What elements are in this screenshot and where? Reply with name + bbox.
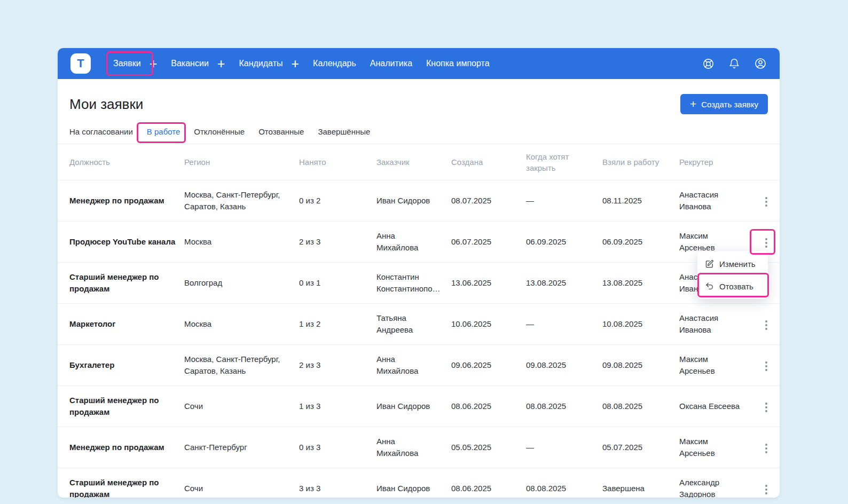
support-icon[interactable]: [702, 58, 714, 70]
nav-item-analytics[interactable]: Аналитика: [370, 59, 412, 68]
cell-position: Менеджер по продажам: [58, 427, 184, 468]
create-request-button[interactable]: + Создать заявку: [680, 94, 768, 114]
menu-item-edit-label: Изменить: [719, 259, 756, 269]
row-actions-kebab-button[interactable]: [757, 398, 775, 416]
cell-position: Менеджер по продажам: [58, 180, 184, 222]
tab-rejected[interactable]: Отклонённые: [194, 127, 245, 136]
cell-position: Маркетолог: [58, 304, 184, 345]
cell-recruiter: Оксана Евсеева: [679, 386, 756, 427]
table-row: Менеджер по продажам Санкт-Петербург 0 и…: [58, 427, 780, 468]
page-header: Мои заявки + Создать заявку: [58, 79, 780, 112]
column-header-close-date: Когда хотят закрыть: [526, 144, 602, 180]
column-header-position: Должность: [58, 144, 184, 180]
cell-position: Продюсер YouTube канала: [58, 222, 184, 263]
cell-actions: [756, 180, 780, 222]
cell-region: Волгоград: [184, 263, 299, 304]
cell-created: 08.06.2025: [451, 386, 526, 427]
cell-hired: 0 из 3: [299, 427, 376, 468]
cell-hired: 1 из 3: [299, 386, 376, 427]
cell-taken: 06.09.2025: [602, 222, 679, 263]
plus-icon: +: [690, 99, 696, 109]
cell-region: Москва: [184, 222, 299, 263]
column-header-taken: Взяли в работу: [602, 144, 679, 180]
topbar-right-icons: [702, 57, 767, 70]
cell-customer: Константин Константинопо…: [376, 263, 451, 304]
menu-item-withdraw[interactable]: Отозвать: [697, 275, 768, 297]
nav-item-candidates[interactable]: Кандидаты: [239, 59, 282, 68]
cell-customer: Иван Сидоров: [376, 386, 451, 427]
cell-region: Сочи: [184, 386, 299, 427]
main-nav: Заявки + Вакансии + Кандидаты + Календар…: [113, 58, 490, 69]
cell-hired: 1 из 2: [299, 304, 376, 345]
add-vacancy-icon[interactable]: +: [217, 58, 225, 69]
create-request-label: Создать заявку: [701, 100, 758, 109]
cell-hired: 3 из 3: [299, 468, 376, 498]
row-actions-kebab-button[interactable]: [757, 316, 775, 334]
column-header-region: Регион: [184, 144, 299, 180]
profile-icon[interactable]: [754, 57, 767, 70]
cell-close-date: 13.08.2025: [526, 263, 602, 304]
cell-customer: Иван Сидоров: [376, 180, 451, 222]
row-context-menu: Изменить Отозвать: [697, 251, 768, 299]
tab-completed[interactable]: Завершённые: [318, 127, 370, 136]
table-header: Должность Регион Нанято Заказчик Создана…: [58, 144, 780, 180]
cell-region: Москва, Санкт-Петербург, Саратов, Казань: [184, 345, 299, 386]
cell-created: 08.07.2025: [451, 180, 526, 222]
cell-close-date: —: [526, 304, 602, 345]
tab-on-approval[interactable]: На согласовании: [69, 127, 133, 136]
column-header-hired: Нанято: [299, 144, 376, 180]
cell-recruiter: Анастасия Иванова: [679, 180, 756, 222]
cell-recruiter: Максим Арсеньев: [679, 427, 756, 468]
cell-taken: 10.08.2025: [602, 304, 679, 345]
cell-hired: 2 из 3: [299, 222, 376, 263]
nav-item-requests[interactable]: Заявки: [113, 59, 141, 68]
status-tabs: На согласовании В работе Отклонённые Ото…: [58, 112, 780, 144]
app-logo[interactable]: T: [70, 53, 91, 74]
nav-item-calendar[interactable]: Календарь: [313, 59, 356, 68]
requests-table-body: Менеджер по продажам Москва, Санкт-Петер…: [58, 180, 780, 498]
table-row: Маркетолог Москва 1 из 2 Татьяна Андреев…: [58, 304, 780, 345]
cell-created: 10.06.2025: [451, 304, 526, 345]
cell-taken: Завершена: [602, 468, 679, 498]
row-actions-kebab-button[interactable]: [757, 357, 775, 375]
add-request-icon[interactable]: +: [150, 58, 158, 69]
cell-close-date: 08.08.2025: [526, 468, 602, 498]
row-actions-kebab-button[interactable]: [757, 234, 775, 252]
nav-item-import-button[interactable]: Кнопка импорта: [426, 59, 490, 68]
page-title: Мои заявки: [69, 96, 143, 112]
table-row: Бухгалетер Москва, Санкт-Петербург, Сара…: [58, 345, 780, 386]
row-actions-kebab-button[interactable]: [757, 193, 775, 211]
table-row: Продюсер YouTube канала Москва 2 из 3 Ан…: [58, 222, 780, 263]
tab-withdrawn[interactable]: Отозванные: [258, 127, 304, 136]
requests-table: Должность Регион Нанято Заказчик Создана…: [58, 144, 780, 498]
cell-recruiter: Максим Арсеньев: [679, 345, 756, 386]
column-header-created: Создана: [451, 144, 526, 180]
cell-hired: 2 из 3: [299, 345, 376, 386]
cell-close-date: 06.09.2025: [526, 222, 602, 263]
table-row: Старший менеджер по продажам Сочи 1 из 3…: [58, 386, 780, 427]
cell-taken: 13.08.2025: [602, 263, 679, 304]
nav-item-vacancies[interactable]: Вакансии: [171, 59, 209, 68]
tab-in-progress[interactable]: В работе: [147, 127, 180, 136]
cell-customer: Татьяна Андреева: [376, 304, 451, 345]
logo-letter: T: [77, 57, 84, 70]
row-actions-kebab-button[interactable]: [757, 481, 775, 498]
cell-actions: [756, 386, 780, 427]
cell-region: Сочи: [184, 468, 299, 498]
menu-item-withdraw-label: Отозвать: [719, 282, 753, 291]
cell-position: Старший менеджер по продажам: [58, 263, 184, 304]
add-candidate-icon[interactable]: +: [291, 58, 299, 69]
cell-region: Москва: [184, 304, 299, 345]
notifications-bell-icon[interactable]: [728, 58, 740, 69]
cell-region: Санкт-Петербург: [184, 427, 299, 468]
row-actions-kebab-button[interactable]: [757, 439, 775, 458]
column-header-actions: [756, 144, 780, 180]
cell-customer: Анна Михайлова: [376, 427, 451, 468]
menu-item-edit[interactable]: Изменить: [697, 253, 768, 275]
cell-customer: Анна Михайлова: [376, 222, 451, 263]
table-row: Менеджер по продажам Москва, Санкт-Петер…: [58, 180, 780, 222]
cell-created: 13.06.2025: [451, 263, 526, 304]
cell-hired: 0 из 2: [299, 180, 376, 222]
cell-close-date: —: [526, 427, 602, 468]
cell-recruiter: Анастасия Иванова: [679, 304, 756, 345]
